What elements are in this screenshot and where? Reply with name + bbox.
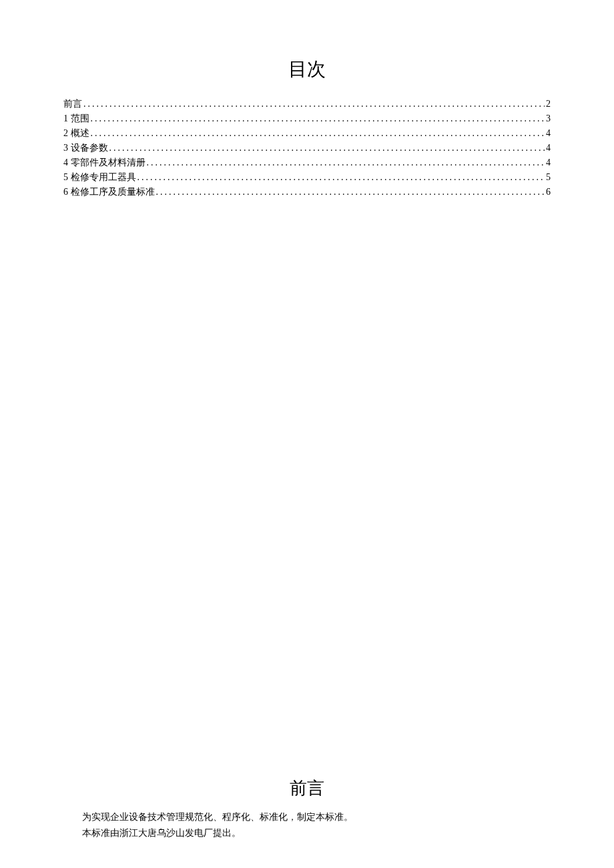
- preface-paragraph: 本标准由浙江大唐乌沙山发电厂提出。: [63, 825, 551, 841]
- toc-dots: [109, 141, 545, 155]
- toc-entry: 4 零部件及材料清册 4: [63, 155, 551, 170]
- toc-entry-page: 2: [545, 97, 551, 111]
- page-content: 目次 前言 2 1 范围 3 2 概述 4 3 设备参数 4 4 零部件及材料清…: [0, 0, 614, 199]
- toc-dots: [137, 170, 545, 185]
- toc-dots: [147, 155, 545, 170]
- toc-entry-label: 3 设备参数: [63, 141, 109, 155]
- toc-entry-label: 6 检修工序及质量标准: [63, 185, 156, 199]
- toc-entry: 前言 2: [63, 97, 551, 111]
- toc-dots: [91, 111, 545, 126]
- toc-entry-label: 1 范围: [63, 111, 91, 126]
- toc-entry-page: 4: [545, 126, 551, 141]
- toc-dots: [83, 97, 545, 111]
- toc-entry-page: 4: [545, 141, 551, 155]
- toc-entry-label: 前言: [63, 97, 83, 111]
- toc-dots: [156, 185, 545, 199]
- toc-entry: 1 范围 3: [63, 111, 551, 126]
- preface-title: 前言: [63, 777, 551, 800]
- toc-title: 目次: [63, 57, 551, 82]
- toc-entry-label: 4 零部件及材料清册: [63, 155, 147, 170]
- toc-entry: 2 概述 4: [63, 126, 551, 141]
- toc-entry-page: 4: [545, 155, 551, 170]
- preface-paragraph: 为实现企业设备技术管理规范化、程序化、标准化，制定本标准。: [63, 809, 551, 825]
- toc-entry-page: 6: [545, 185, 551, 199]
- toc-entry: 3 设备参数 4: [63, 141, 551, 155]
- toc-list: 前言 2 1 范围 3 2 概述 4 3 设备参数 4 4 零部件及材料清册 4…: [63, 97, 551, 199]
- toc-entry: 6 检修工序及质量标准 6: [63, 185, 551, 199]
- toc-dots: [91, 126, 545, 141]
- toc-entry-page: 5: [545, 170, 551, 185]
- toc-entry-page: 3: [545, 111, 551, 126]
- toc-entry: 5 检修专用工器具 5: [63, 170, 551, 185]
- preface-section: 前言 为实现企业设备技术管理规范化、程序化、标准化，制定本标准。 本标准由浙江大…: [63, 777, 551, 841]
- toc-entry-label: 5 检修专用工器具: [63, 170, 137, 185]
- toc-entry-label: 2 概述: [63, 126, 91, 141]
